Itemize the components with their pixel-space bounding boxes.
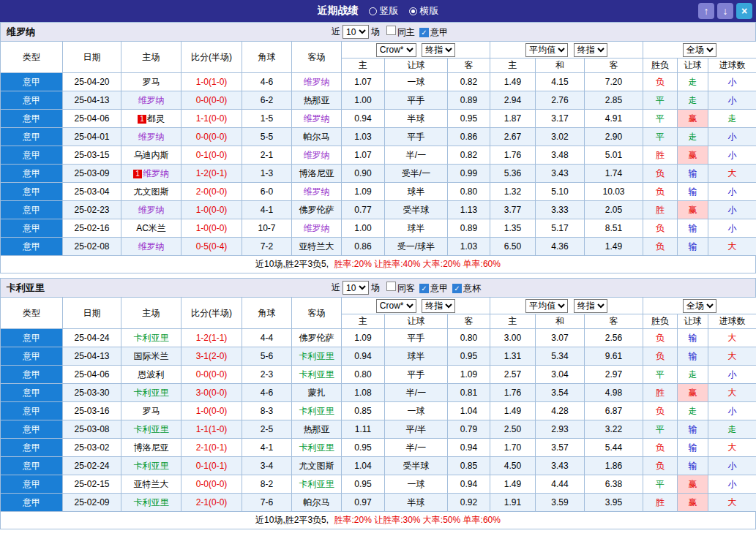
team-header-bar: 卡利亚里 近 10 场 同客✓意甲✓意杯	[0, 278, 756, 297]
match-row: 意甲25-03-08卡利亚里1-1(1-0)2-5热那亚1.11平/半0.792…	[1, 420, 756, 439]
odds-cell: 球半	[385, 183, 448, 201]
team-name-text: 维罗纳	[138, 241, 165, 252]
date-cell: 25-03-15	[63, 146, 121, 165]
home-team-cell: 卡利亚里	[121, 420, 181, 439]
score-cell: 3-1(2-0)	[181, 347, 242, 366]
result-cell: 负	[643, 219, 678, 238]
date-cell: 25-02-24	[63, 457, 121, 475]
avg-odds-cell: 3.07	[536, 329, 585, 347]
match-row: 意甲25-03-04尤文图斯2-0(0-0)6-0维罗纳1.09球半0.801.…	[1, 183, 756, 201]
sub-header-avg-home: 主	[490, 58, 536, 73]
team-name-text: 博洛尼亚	[299, 168, 334, 178]
away-team-cell: 卡利亚里	[292, 347, 342, 366]
odds-source-select[interactable]: Crow*	[376, 43, 416, 57]
avg-odds-cell: 3.43	[536, 457, 585, 475]
odds-cell: 受一/球半	[385, 238, 448, 256]
result-cell: 平	[643, 91, 678, 110]
away-team-cell: 维罗纳	[292, 110, 342, 128]
corner-cell: 1-5	[242, 110, 292, 128]
home-team-cell: 维罗纳	[121, 128, 181, 146]
team-name-text: 卡利亚里	[134, 333, 169, 343]
odds-cell: 0.80	[448, 329, 490, 347]
league-cell: 意甲	[1, 402, 63, 420]
score-cell: 1-2(1-1)	[181, 329, 242, 347]
odds-time-select[interactable]: 终指	[422, 43, 455, 57]
odds-cell: 1.07	[342, 146, 385, 165]
odds-cell: 平手	[385, 366, 448, 384]
col-header-away: 客场	[292, 42, 342, 73]
corner-cell: 4-6	[242, 73, 292, 91]
date-cell: 25-02-15	[63, 475, 121, 494]
scope-select[interactable]: 全场	[683, 299, 716, 313]
team-name-text: 蒙扎	[308, 388, 326, 398]
match-row: 意甲25-03-02博洛尼亚2-1(0-1)4-1卡利亚里0.95半/一0.94…	[1, 439, 756, 457]
odds-cell: 0.86	[448, 128, 490, 146]
odds-cell: 0.77	[342, 201, 385, 219]
odds-cell: 平手	[385, 329, 448, 347]
home-team-cell: 博洛尼亚	[121, 439, 181, 457]
date-cell: 25-03-09	[63, 165, 121, 183]
sub-header-handicap-result: 让球	[678, 314, 708, 329]
team-name-text: 卡利亚里	[134, 497, 169, 507]
scroll-up-button[interactable]: ↑	[698, 3, 714, 19]
team-name-text: 维罗纳	[138, 205, 165, 215]
result-cell: 小	[708, 128, 756, 146]
date-cell: 25-02-08	[63, 238, 121, 256]
scroll-down-button[interactable]: ↓	[717, 3, 733, 19]
league-cell: 意甲	[1, 457, 63, 475]
filter-controls: 近 10 场 同主✓意甲	[332, 25, 448, 39]
average-time-select[interactable]: 终指	[574, 43, 607, 57]
summary-row: 近10场,胜2平3负5, 胜率:20% 让胜率:30% 大率:50% 单率:60…	[0, 512, 756, 529]
sub-header-handicap-result: 让球	[678, 58, 708, 73]
unchecked-checkbox[interactable]	[386, 26, 396, 35]
checkbox-label: 同客	[397, 283, 415, 293]
result-cell: 小	[708, 366, 756, 384]
result-cell: 走	[678, 73, 708, 91]
odds-cell: 球半	[385, 347, 448, 366]
team-name-text: 尤文图斯	[134, 186, 169, 197]
home-team-cell: 1维罗纳	[121, 165, 181, 183]
away-team-cell: 热那亚	[292, 91, 342, 110]
near-label: 近	[332, 26, 340, 38]
league-cell: 意甲	[1, 165, 63, 183]
result-cell: 大	[708, 329, 756, 347]
league-cell: 意甲	[1, 128, 63, 146]
team-section-verona: 维罗纳 近 10 场 同主✓意甲 类型 日期 主场 比分(半场) 角球 客场 C…	[0, 22, 756, 273]
recent-count-select[interactable]: 10	[343, 281, 369, 295]
layout-radio-horizontal[interactable]: 横版	[409, 4, 439, 18]
team-name-text: 维罗纳	[143, 168, 169, 178]
date-cell: 25-02-16	[63, 219, 121, 238]
match-row: 意甲25-02-09卡利亚里2-1(0-0)7-6帕尔马0.97半球0.921.…	[1, 494, 756, 512]
average-select[interactable]: 平均值	[525, 43, 568, 57]
odds-cell: 1.07	[342, 73, 385, 91]
checked-checkbox[interactable]: ✓	[419, 28, 429, 37]
corner-cell: 5-6	[242, 347, 292, 366]
league-cell: 意甲	[1, 384, 63, 402]
checked-checkbox[interactable]: ✓	[452, 284, 462, 293]
away-team-cell: 维罗纳	[292, 73, 342, 91]
result-cell: 负	[643, 439, 678, 457]
recent-count-select[interactable]: 10	[343, 25, 369, 39]
odds-time-select[interactable]: 终指	[422, 299, 455, 313]
corner-cell: 4-6	[242, 384, 292, 402]
summary-record: 近10场,胜2平3负5,	[255, 515, 329, 525]
close-button[interactable]: ×	[736, 3, 752, 19]
corner-cell: 5-5	[242, 128, 292, 146]
sub-header-avg-draw: 和	[536, 314, 585, 329]
unchecked-checkbox[interactable]	[386, 282, 396, 291]
odds-source-select[interactable]: Crow*	[376, 299, 416, 313]
result-cell: 负	[643, 402, 678, 420]
result-cell: 输	[678, 457, 708, 475]
odds-cell: 半/一	[385, 146, 448, 165]
result-cell: 输	[678, 238, 708, 256]
home-team-cell: 卡利亚里	[121, 329, 181, 347]
odds-source-group: Crow* 终指	[342, 298, 490, 314]
scope-group: 全场	[643, 298, 756, 314]
checked-checkbox[interactable]: ✓	[419, 284, 429, 293]
average-time-select[interactable]: 终指	[574, 299, 607, 313]
match-row: 意甲25-02-16AC米兰1-0(0-0)10-7维罗纳1.00球半0.891…	[1, 219, 756, 238]
average-select[interactable]: 平均值	[525, 299, 568, 313]
league-cell: 意甲	[1, 494, 63, 512]
scope-select[interactable]: 全场	[683, 43, 716, 57]
layout-radio-vertical[interactable]: 竖版	[369, 4, 399, 18]
